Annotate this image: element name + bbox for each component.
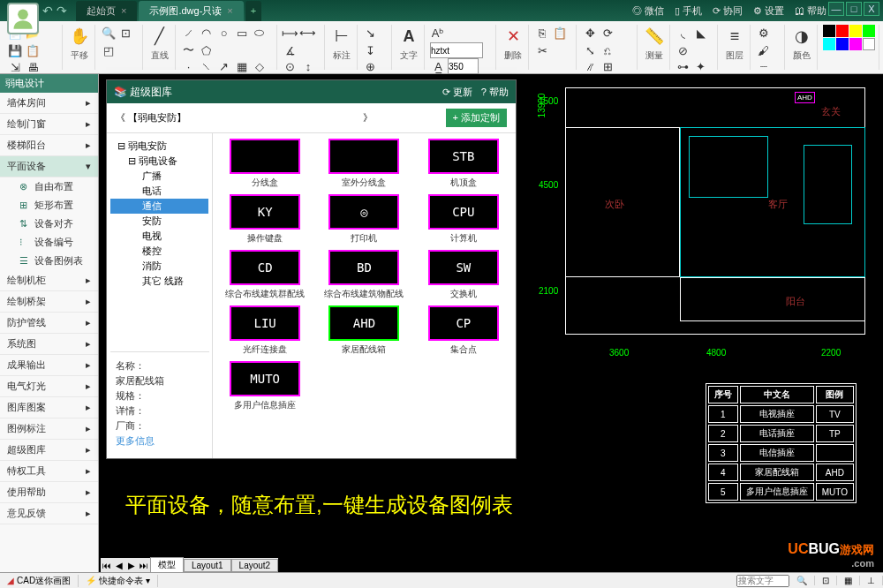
mtext-icon[interactable]: A̲ [430, 58, 446, 74]
sidebar-item-conduit[interactable]: 防护管线▸ [0, 313, 98, 334]
status-cmd[interactable]: ⚡快捷命令表▾ [79, 575, 158, 587]
back-button[interactable]: 《 [116, 112, 125, 123]
polygon-icon[interactable]: ⬠ [199, 42, 215, 58]
tab-file[interactable]: 示例图.dwg-只读 × [139, 1, 243, 21]
library-item[interactable]: LIU光纤连接盘 [218, 305, 312, 356]
sidebar-item-library[interactable]: 图库图案▸ [0, 397, 98, 418]
minimize-button[interactable]: — [828, 2, 844, 16]
link-help[interactable]: 🕮 帮助 [795, 4, 826, 18]
library-item[interactable]: KY操作键盘 [218, 194, 312, 245]
point-icon[interactable]: · [181, 58, 197, 74]
text-icon[interactable]: A [397, 25, 420, 48]
close-icon[interactable]: × [227, 5, 232, 16]
fillet-icon[interactable]: ◟ [675, 25, 691, 41]
xline-icon[interactable]: ⟍ [199, 58, 215, 74]
sidebar-item-feedback[interactable]: 意见反馈▸ [0, 503, 98, 524]
sidebar-item-tray[interactable]: 绘制桥架▸ [0, 291, 98, 313]
help-button[interactable]: ? 帮助 [481, 86, 509, 99]
refresh-button[interactable]: ⟳ 更新 [442, 86, 472, 99]
sidebar-item-stairs[interactable]: 楼梯阳台▸ [0, 135, 98, 156]
sidebar-sub-number[interactable]: ⁝设备编号 [0, 233, 98, 252]
library-item[interactable]: MUTO多用户信息插座 [218, 361, 312, 411]
dim-icon[interactable]: ⊢ [330, 25, 353, 48]
saveas-icon[interactable]: 📋 [25, 42, 41, 58]
tab-start[interactable]: 起始页 × [76, 1, 137, 21]
sidebar-item-output[interactable]: 成果输出▸ [0, 355, 98, 376]
close-button[interactable]: X [864, 2, 879, 16]
size-input[interactable] [448, 58, 479, 74]
tab-model[interactable]: 模型 [150, 557, 184, 573]
search-input[interactable] [736, 575, 789, 587]
tree-leaf[interactable]: 电视 [110, 229, 208, 244]
tab-prev-icon[interactable]: ◀ [113, 561, 125, 570]
link-settings[interactable]: ⚙ 设置 [753, 4, 784, 18]
library-item[interactable]: ◎打印机 [317, 194, 411, 245]
redo-icon[interactable]: ↷ [57, 4, 67, 18]
copy-icon[interactable]: ⎘ [534, 25, 550, 41]
dim5-icon[interactable]: ↕ [300, 58, 316, 74]
spline-icon[interactable]: 〜 [181, 42, 197, 58]
props-icon[interactable]: ⚙ [756, 25, 772, 41]
sidebar-item-anno[interactable]: 图例标注▸ [0, 418, 98, 440]
popup-titlebar[interactable]: 📚 超级图库 ⟳ 更新 ? 帮助 [107, 80, 516, 103]
tab-first-icon[interactable]: ⏮ [101, 561, 113, 570]
sidebar-item-doors[interactable]: 绘制门窗▸ [0, 114, 98, 135]
ortho-toggle[interactable]: ⊥ [860, 576, 883, 585]
color-picker-icon[interactable]: ◑ [790, 25, 813, 48]
library-item[interactable]: SW交换机 [417, 250, 510, 300]
grid-toggle[interactable]: ▦ [837, 576, 860, 585]
tree-leaf[interactable]: 安防 [110, 214, 208, 229]
library-item[interactable]: AHD家居配线箱 [317, 305, 411, 356]
maximize-button[interactable]: □ [846, 2, 862, 16]
sidebar-item-lighting[interactable]: 电气灯光▸ [0, 376, 98, 397]
polyline-icon[interactable]: ⟋ [181, 25, 197, 41]
avatar[interactable] [7, 3, 39, 34]
font-select[interactable] [430, 42, 483, 58]
color-blue[interactable] [836, 38, 849, 50]
mirror-icon[interactable]: ⎌ [600, 42, 615, 58]
chamfer-icon[interactable]: ◣ [693, 25, 709, 41]
tree-leaf[interactable]: 楼控 [110, 244, 208, 259]
color-red[interactable] [836, 25, 849, 37]
tree-node[interactable]: ⊟ 弱电设备 [110, 154, 208, 169]
dim2-icon[interactable]: ⟷ [300, 25, 316, 41]
tree-node[interactable]: ⊟ 弱电安防 [110, 139, 208, 154]
more-info-link[interactable]: 更多信息 [116, 434, 204, 448]
zoomall-icon[interactable]: ◰ [101, 42, 117, 58]
tree-leaf[interactable]: 电话 [110, 184, 208, 199]
link-wechat[interactable]: ◎ 微信 [632, 4, 664, 18]
zoomin-icon[interactable]: 🔍 [101, 25, 117, 41]
sidebar-item-priv[interactable]: 特权工具▸ [0, 461, 98, 482]
array-icon[interactable]: ⊞ [600, 58, 615, 74]
link-collab[interactable]: ⟳ 协同 [713, 4, 743, 18]
tab-layout1[interactable]: Layout1 [184, 559, 231, 572]
library-item[interactable]: STB机顶盒 [417, 139, 510, 189]
tol-icon[interactable]: ⊕ [363, 58, 379, 74]
circle-icon[interactable]: ○ [216, 25, 232, 41]
dim3-icon[interactable]: ∡ [283, 42, 298, 58]
library-item[interactable]: CD综合布线建筑群配线 [218, 250, 312, 300]
tree-leaf[interactable]: 广播 [110, 169, 208, 184]
link-phone[interactable]: ▯ 手机 [675, 4, 702, 18]
snap-toggle[interactable]: ⊡ [815, 576, 837, 585]
sidebar-sub-align[interactable]: ⇅设备对齐 [0, 215, 98, 233]
erase-icon[interactable]: ✕ [502, 25, 525, 48]
fwd-button[interactable]: 》 [363, 111, 373, 124]
rotate-icon[interactable]: ⟳ [600, 25, 615, 41]
sidebar-item-helpuse[interactable]: 使用帮助▸ [0, 482, 98, 503]
sidebar-item-flatdev[interactable]: 平面设备▾ [0, 156, 98, 177]
pan-icon[interactable]: ✋ [68, 25, 91, 48]
dim4-icon[interactable]: ⊙ [283, 58, 298, 74]
tab-layout2[interactable]: Layout2 [231, 559, 279, 572]
offset-icon[interactable]: ⫽ [582, 58, 598, 74]
color-white[interactable] [863, 38, 875, 50]
add-custom-button[interactable]: + 添加定制 [446, 109, 507, 127]
library-item[interactable]: 室外分线盒 [317, 139, 411, 189]
line-icon[interactable]: ╱ [148, 25, 171, 48]
ellipse-icon[interactable]: ⬭ [252, 25, 268, 41]
sidebar-item-cabinet[interactable]: 绘制机柜▸ [0, 270, 98, 291]
region-icon[interactable]: ◇ [252, 58, 268, 74]
scale-icon[interactable]: ⤡ [582, 42, 598, 58]
color-green[interactable] [863, 25, 875, 37]
tree-leaf[interactable]: 其它 线路 [110, 274, 208, 289]
